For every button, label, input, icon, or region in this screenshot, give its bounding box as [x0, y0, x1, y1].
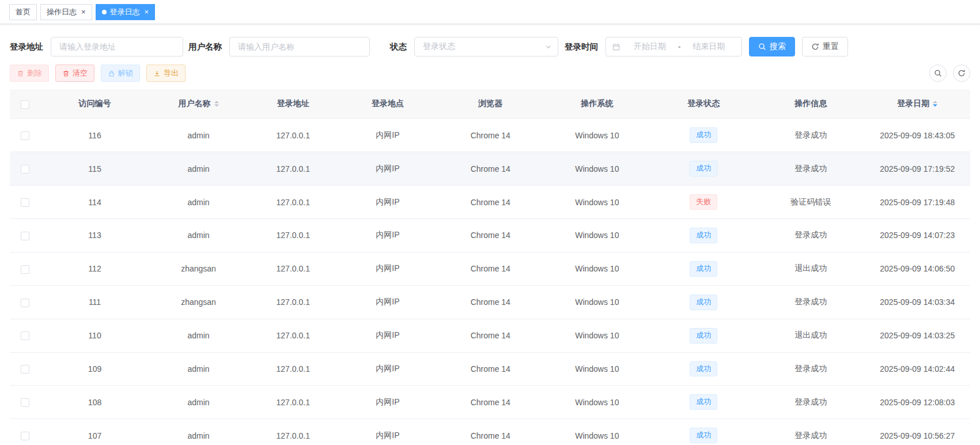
date-range-separator: -: [677, 42, 682, 51]
cell-location: 内网IP: [338, 419, 437, 445]
row-checkbox[interactable]: [21, 265, 29, 274]
cell-checkbox: [10, 352, 40, 386]
row-checkbox[interactable]: [21, 299, 29, 307]
reset-button-label: 重置: [823, 42, 839, 52]
cell-id: 110: [40, 319, 149, 352]
cell-date: 2025-09-09 12:08:03: [865, 386, 970, 419]
unlock-button[interactable]: 解锁: [101, 65, 140, 82]
cell-checkbox: [10, 285, 40, 319]
status-select[interactable]: 登录状态: [414, 37, 558, 56]
toggle-search-button[interactable]: [929, 65, 947, 82]
username-input[interactable]: [229, 37, 370, 56]
row-checkbox[interactable]: [21, 165, 29, 174]
cell-address: 127.0.0.1: [248, 285, 338, 319]
cell-location: 内网IP: [338, 186, 437, 219]
row-checkbox[interactable]: [21, 198, 29, 207]
table-row[interactable]: 107 admin 127.0.0.1 内网IP Chrome 14 Windo…: [10, 419, 970, 445]
end-date-placeholder: 结束日期: [682, 42, 736, 52]
cell-address: 127.0.0.1: [248, 119, 338, 152]
cell-checkbox: [10, 252, 40, 285]
column-header-username[interactable]: 用户名称: [149, 89, 248, 119]
tab-label: 操作日志: [47, 7, 77, 17]
cell-status: 成功: [650, 252, 757, 285]
cell-browser: Chrome 14: [437, 319, 544, 352]
cell-checkbox: [10, 386, 40, 419]
row-checkbox[interactable]: [21, 398, 29, 407]
cell-location: 内网IP: [338, 285, 437, 319]
cell-username: admin: [149, 386, 248, 419]
tab-home[interactable]: 首页: [9, 4, 37, 20]
table-row[interactable]: 116 admin 127.0.0.1 内网IP Chrome 14 Windo…: [10, 119, 970, 152]
cell-message: 退出成功: [757, 252, 865, 285]
search-button[interactable]: 搜索: [749, 37, 795, 56]
status-badge: 失败: [690, 194, 717, 210]
row-checkbox[interactable]: [21, 232, 29, 240]
column-header-os: 操作系统: [544, 89, 650, 119]
column-header-id: 访问编号: [40, 89, 149, 119]
cell-checkbox: [10, 419, 40, 445]
table-toolbar: 删除 清空 解锁 导出: [0, 56, 980, 82]
refresh-table-button[interactable]: [953, 65, 970, 82]
reset-button[interactable]: 重置: [802, 37, 848, 56]
cell-username: zhangsan: [149, 252, 248, 285]
cell-date: 2025-09-09 14:07:23: [865, 218, 970, 252]
column-header-address: 登录地址: [248, 89, 338, 119]
column-label: 用户名称: [179, 99, 211, 108]
cell-username: admin: [149, 218, 248, 252]
cell-date: 2025-09-09 17:19:52: [865, 152, 970, 186]
cell-location: 内网IP: [338, 218, 437, 252]
table-row[interactable]: 109 admin 127.0.0.1 内网IP Chrome 14 Windo…: [10, 352, 970, 386]
unlock-icon: [108, 70, 115, 77]
table-row[interactable]: 113 admin 127.0.0.1 内网IP Chrome 14 Windo…: [10, 218, 970, 252]
active-dot-icon: [102, 10, 107, 14]
cell-username: admin: [149, 352, 248, 386]
table-row[interactable]: 110 admin 127.0.0.1 内网IP Chrome 14 Windo…: [10, 319, 970, 352]
export-button[interactable]: 导出: [146, 65, 186, 82]
table-row[interactable]: 114 admin 127.0.0.1 内网IP Chrome 14 Windo…: [10, 186, 970, 219]
cell-status: 成功: [650, 419, 757, 445]
cell-browser: Chrome 14: [437, 218, 544, 252]
cell-browser: Chrome 14: [437, 386, 544, 419]
cell-id: 107: [40, 419, 149, 445]
column-header-location: 登录地点: [338, 89, 437, 119]
cell-date: 2025-09-09 10:56:27: [865, 419, 970, 445]
table-row[interactable]: 111 zhangsan 127.0.0.1 内网IP Chrome 14 Wi…: [10, 285, 970, 319]
filter-status: 状态 登录状态: [390, 37, 565, 56]
clear-button-label: 清空: [73, 68, 88, 78]
tab-operation-log[interactable]: 操作日志 ×: [40, 4, 92, 20]
row-checkbox[interactable]: [21, 131, 29, 140]
cell-location: 内网IP: [338, 319, 437, 352]
cell-os: Windows 10: [544, 252, 650, 285]
column-header-status: 登录状态: [650, 89, 757, 119]
date-range-picker[interactable]: 开始日期 - 结束日期: [606, 37, 742, 56]
table-row[interactable]: 115 admin 127.0.0.1 内网IP Chrome 14 Windo…: [10, 152, 970, 186]
cell-location: 内网IP: [338, 386, 437, 419]
cell-checkbox: [10, 152, 40, 186]
filter-username: 用户名称: [188, 37, 370, 56]
cell-location: 内网IP: [338, 352, 437, 386]
table-row[interactable]: 108 admin 127.0.0.1 内网IP Chrome 14 Windo…: [10, 386, 970, 419]
cell-browser: Chrome 14: [437, 119, 544, 152]
login-address-input[interactable]: [51, 37, 183, 56]
row-checkbox[interactable]: [21, 365, 29, 374]
close-icon[interactable]: ×: [81, 8, 86, 16]
row-checkbox[interactable]: [21, 432, 29, 440]
tab-login-log[interactable]: 登录日志 ×: [96, 4, 156, 20]
cell-message: 登录成功: [757, 352, 865, 386]
status-badge: 成功: [690, 361, 717, 377]
close-icon[interactable]: ×: [145, 8, 149, 16]
row-checkbox[interactable]: [21, 331, 29, 340]
sort-icon: [214, 99, 219, 109]
table-row[interactable]: 112 zhangsan 127.0.0.1 内网IP Chrome 14 Wi…: [10, 252, 970, 285]
delete-button-label: 删除: [27, 68, 42, 78]
delete-button[interactable]: 删除: [10, 65, 49, 82]
status-badge: 成功: [690, 295, 717, 310]
clear-button[interactable]: 清空: [55, 65, 94, 82]
cell-username: admin: [149, 186, 248, 219]
cell-location: 内网IP: [338, 152, 437, 186]
select-all-checkbox[interactable]: [21, 100, 29, 109]
table-body: 116 admin 127.0.0.1 内网IP Chrome 14 Windo…: [10, 119, 970, 445]
column-header-date[interactable]: 登录日期: [865, 89, 970, 119]
tags-view-bar: 首页 操作日志 × 登录日志 ×: [0, 0, 980, 24]
sort-icon-descending-active: [933, 99, 937, 109]
